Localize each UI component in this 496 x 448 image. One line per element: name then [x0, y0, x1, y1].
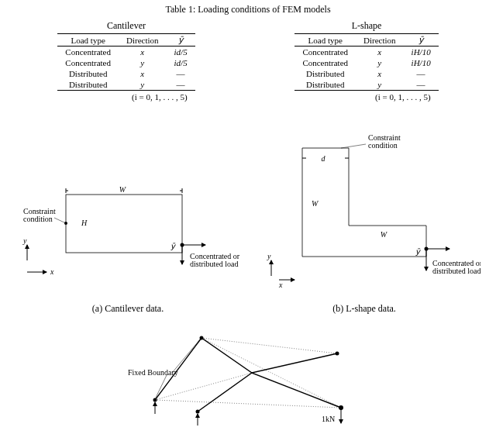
label-x-axis-b: x — [278, 281, 283, 289]
label-d: d — [322, 154, 326, 163]
lshape-figure: d Constraint condition W W ȳ Concentrate… — [248, 133, 480, 315]
cantilever-table-block: Cantilever Load type Direction ȳ Concent… — [57, 20, 195, 102]
tables-row: Cantilever Load type Direction ȳ Concent… — [16, 20, 480, 102]
table-row: Concentrated y iH/10 — [294, 57, 438, 68]
svg-line-31 — [172, 339, 200, 373]
truss-figure: Fixed Boundary 1kN (c) Truss-like cantil… — [16, 322, 480, 448]
lshape-table-block: L-shape Load type Direction ȳ Concentrat… — [294, 20, 438, 102]
caption-b: (b) L-shape data. — [248, 303, 480, 315]
svg-point-6 — [64, 222, 67, 225]
label-ybar-b: ȳ — [415, 247, 421, 257]
th-direction: Direction — [119, 34, 167, 47]
label-1kN: 1kN — [322, 415, 335, 423]
table-row: Distributed x — — [294, 68, 438, 79]
table-row: Concentrated x iH/10 — [294, 47, 438, 58]
th-direction: Direction — [356, 34, 404, 47]
th-loadtype: Load type — [57, 34, 119, 47]
svg-line-20 — [155, 400, 341, 408]
label-y-axis-b: y — [267, 252, 271, 260]
label-W-horiz: W — [381, 230, 388, 239]
lshape-svg: d Constraint condition W W ȳ Concentrate… — [248, 133, 480, 295]
svg-line-22 — [202, 338, 337, 353]
figures-row: W H Constraint condition ȳ — [16, 133, 480, 315]
table-row: Concentrated x id/5 — [57, 47, 195, 58]
svg-point-25 — [200, 336, 204, 340]
label-x-axis-a: x — [50, 267, 54, 276]
cantilever-footnote: (i = 0, 1, . . . , 5) — [57, 92, 195, 102]
label-load2-b: distributed load — [432, 267, 480, 275]
cantilever-figure: W H Constraint condition ȳ — [16, 171, 240, 315]
table-row: Distributed y — — [294, 79, 438, 91]
label-condition-1: condition — [23, 215, 53, 223]
label-load2-a: distributed load — [190, 260, 239, 268]
label-y-axis-a: y — [22, 236, 27, 245]
lshape-table: Load type Direction ȳ Concentrated x iH/… — [294, 33, 438, 91]
th-loadtype: Load type — [294, 34, 356, 47]
svg-line-21 — [202, 338, 341, 408]
table-row: Concentrated y id/5 — [57, 57, 195, 68]
lshape-table-title: L-shape — [294, 20, 438, 32]
cantilever-table: Load type Direction ȳ Concentrated x id/… — [57, 33, 195, 91]
th-ybar: ȳ — [404, 34, 439, 47]
svg-point-26 — [196, 410, 200, 414]
label-fixed: Fixed Boundary — [128, 368, 178, 377]
label-H: H — [81, 219, 88, 227]
cantilever-svg: W H Constraint condition ȳ — [16, 171, 240, 295]
lshape-footnote: (i = 0, 1, . . . , 5) — [294, 92, 438, 102]
label-W-vert: W — [312, 199, 319, 208]
table-row: Load type Direction ȳ — [57, 34, 195, 47]
svg-line-5 — [54, 218, 66, 223]
cantilever-table-title: Cantilever — [57, 20, 195, 32]
label-condition-2: condition — [368, 141, 398, 150]
table-row: Distributed y — — [57, 79, 195, 91]
table-row: Load type Direction ȳ — [294, 34, 438, 47]
svg-point-27 — [336, 352, 339, 356]
label-W: W — [119, 185, 127, 194]
truss-svg: Fixed Boundary 1kN — [85, 322, 411, 439]
label-ybar-a: ȳ — [170, 242, 176, 251]
caption-a: (a) Cantilever data. — [16, 303, 240, 315]
table-1-caption: Table 1: Loading conditions of FEM model… — [16, 4, 480, 16]
svg-point-24 — [153, 398, 157, 402]
svg-line-14 — [341, 144, 366, 148]
table-row: Distributed x — — [57, 68, 195, 79]
th-ybar: ȳ — [167, 34, 195, 47]
svg-line-23 — [155, 373, 252, 400]
